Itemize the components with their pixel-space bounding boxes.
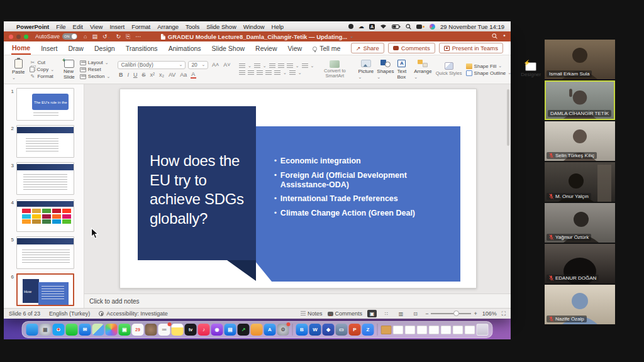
cut-button[interactable]: ✂Cut	[30, 60, 54, 65]
battery-icon[interactable]	[392, 25, 401, 29]
bluetooth-dock-icon[interactable]: B	[296, 324, 308, 336]
spotlight-search-icon[interactable]	[406, 24, 411, 30]
paste-button[interactable]: Paste ⌄	[10, 58, 26, 81]
align-right-button[interactable]	[257, 70, 263, 75]
character-spacing-button[interactable]: AV	[167, 72, 176, 78]
shape-fill-button[interactable]: Shape Fill⌄	[466, 63, 512, 69]
siri-icon[interactable]	[430, 24, 435, 30]
keynote-dock-icon[interactable]: ▤	[225, 324, 236, 336]
superscript-button[interactable]: x²	[149, 72, 156, 78]
menu-slideshow[interactable]: Slide Show	[206, 23, 236, 30]
increase-font-button[interactable]: A˄	[211, 62, 219, 68]
menu-tools[interactable]: Tools	[186, 23, 199, 30]
accessibility-status[interactable]: Accessibility: Investigate	[99, 310, 168, 317]
section-button[interactable]: Section⌄	[80, 74, 111, 79]
minimized-window-thumbnail[interactable]	[429, 326, 440, 334]
powerpoint-dock-icon[interactable]: P	[349, 324, 361, 336]
menu-insert[interactable]: Insert	[109, 23, 125, 30]
quick-styles-button[interactable]: Quick Styles	[435, 62, 463, 76]
stocks-dock-icon[interactable]: ↗	[238, 324, 250, 336]
participant-tile-selin[interactable]: Selin Türkeş Kılıç	[545, 121, 615, 161]
photos-dock-icon[interactable]	[106, 324, 118, 336]
participant-tile-onur[interactable]: M. Onur Yalçın	[545, 162, 615, 202]
zoom-in-icon[interactable]: +	[474, 310, 477, 317]
minimized-window-thumbnail[interactable]	[465, 326, 475, 334]
language-indicator[interactable]: English (Turkey)	[49, 310, 90, 317]
document-title[interactable]: GRADEU Module Lecture8_Damla_Cihangir-Te…	[161, 33, 353, 40]
input-source-icon[interactable]: A	[369, 24, 375, 30]
tab-design[interactable]: Design	[94, 42, 116, 54]
picture-button[interactable]: Picture ⌄	[358, 60, 374, 80]
comments-toggle-button[interactable]: Comments	[328, 310, 363, 317]
comments-button[interactable]: Comments	[388, 43, 435, 53]
notes-dock-icon[interactable]	[172, 324, 184, 336]
safari-dock-icon[interactable]: ✦	[53, 324, 65, 336]
podcasts-dock-icon[interactable]: ◉	[211, 324, 223, 336]
subscript-button[interactable]: x₂	[158, 72, 165, 78]
tab-review[interactable]: Review	[255, 42, 277, 54]
notes-toggle-button[interactable]: Notes	[301, 310, 323, 317]
format-painter-button[interactable]: ✎Format	[30, 74, 54, 79]
notes-pane[interactable]: Click to add notes	[84, 293, 511, 308]
minimized-window-thumbnail[interactable]	[453, 326, 464, 334]
undo-icon[interactable]: ↺⌄	[103, 33, 111, 40]
decrease-font-button[interactable]: A˅	[223, 62, 231, 68]
reminders-dock-icon[interactable]: ≔	[158, 324, 170, 336]
thumbnail-slide-1[interactable]: 1 The EU's role in the governance of glo…	[8, 88, 81, 121]
bullets-button[interactable]	[239, 63, 245, 69]
redo-icon[interactable]: ↻	[116, 33, 121, 40]
finder-dock-icon[interactable]	[26, 324, 38, 336]
menu-window[interactable]: Window	[243, 23, 265, 30]
font-color-button[interactable]: A	[191, 71, 196, 79]
increase-indent-button[interactable]	[278, 63, 284, 69]
text-direction-button[interactable]	[274, 70, 280, 75]
convert-to-smartart-button[interactable]: Convert to SmartArt	[319, 60, 350, 80]
strikethrough-button[interactable]: S	[141, 72, 147, 78]
zoom-slider-knob[interactable]	[453, 310, 459, 316]
designer-button[interactable]: Designer	[519, 62, 543, 78]
justify-button[interactable]	[265, 70, 272, 75]
word-dock-icon[interactable]: W	[309, 324, 321, 336]
facetime-dock-icon[interactable]: ▣	[119, 324, 131, 336]
slide-sorter-view-button[interactable]: ∷	[382, 310, 391, 317]
mail-dock-icon[interactable]: ✉	[79, 324, 91, 336]
thumbnail-slide-4[interactable]: 4 The UN 2030 SD Goals	[8, 199, 81, 232]
reset-button[interactable]: Reset	[80, 67, 111, 72]
thumbnail-slide-5[interactable]: 5 Main Criticisms	[8, 236, 81, 269]
participant-tile-nazife[interactable]: Nazife Özalp	[545, 285, 615, 324]
bold-button[interactable]: B	[118, 72, 124, 78]
camera-in-use-icon[interactable]	[416, 25, 425, 29]
tab-tell-me[interactable]: Tell me	[312, 42, 341, 54]
menu-format[interactable]: Format	[131, 23, 150, 30]
wifi-icon[interactable]	[380, 24, 387, 29]
participant-tile-yagmur[interactable]: Yağmur Öztürk	[545, 203, 615, 243]
slide-body-shape[interactable]: •Economic integration •Foreign Aid (Offi…	[255, 126, 460, 282]
maps-dock-icon[interactable]	[92, 324, 104, 336]
messages-dock-icon[interactable]	[66, 324, 78, 336]
minimized-window-thumbnail[interactable]	[417, 326, 428, 334]
trash-dock-icon[interactable]	[477, 324, 489, 336]
share-button[interactable]: ↗Share	[351, 43, 384, 53]
minimized-window-thumbnail[interactable]	[381, 326, 392, 334]
appstore-dock-icon[interactable]: A	[264, 324, 276, 336]
close-window-button[interactable]	[9, 35, 13, 39]
zoom-percent[interactable]: 106%	[482, 310, 497, 317]
numbering-button[interactable]	[254, 63, 260, 69]
music-dock-icon[interactable]: ♪	[198, 324, 210, 336]
print-icon[interactable]: ⎘	[126, 33, 130, 40]
participant-tile-edanur[interactable]: EDANUR DOĞAN	[545, 244, 615, 283]
italic-button[interactable]: I	[126, 72, 130, 78]
slide-canvas[interactable]: How does the EU try to achieve SDGs glob…	[119, 89, 477, 288]
titlebar-search-icon[interactable]	[492, 33, 497, 39]
participant-tile-damla-active-speaker[interactable]: DAMLA CİHANGİR TETİK	[545, 80, 615, 120]
shapes-button[interactable]: Shapes ⌄	[377, 60, 394, 80]
slide-title-shape[interactable]: How does the EU try to achieve SDGs glob…	[138, 106, 256, 260]
fit-to-window-icon[interactable]: ⛶	[502, 310, 506, 317]
minimize-window-button[interactable]	[16, 35, 21, 39]
tab-view[interactable]: View	[287, 42, 303, 54]
line-spacing-button[interactable]	[287, 63, 293, 69]
align-text-button[interactable]	[289, 70, 296, 75]
tab-insert[interactable]: Insert	[40, 42, 58, 54]
menu-help[interactable]: Help	[272, 23, 284, 30]
decrease-indent-button[interactable]	[269, 63, 275, 69]
